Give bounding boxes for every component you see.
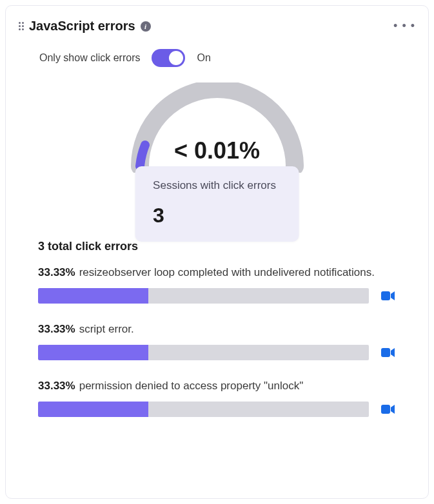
view-recordings-button[interactable]	[380, 403, 396, 416]
filter-label: Only show click errors	[39, 52, 140, 64]
gauge-container: < 0.01% Sessions with click errors 3	[19, 82, 415, 173]
error-bar-row	[38, 345, 396, 360]
javascript-errors-card: JavaScript errors i • • • Only show clic…	[5, 5, 429, 499]
error-item: 33.33% script error.	[38, 323, 396, 360]
error-bar-fill	[38, 288, 148, 304]
error-label: 33.33% resizeobserver loop completed wit…	[38, 266, 396, 279]
view-recordings-button[interactable]	[380, 289, 396, 302]
card-header: JavaScript errors i • • •	[19, 19, 415, 34]
gauge-value: < 0.01%	[127, 137, 308, 164]
error-label: 33.33% permission denied to access prope…	[38, 380, 396, 393]
error-bar	[38, 345, 369, 360]
info-icon[interactable]: i	[141, 21, 151, 32]
error-percentage: 33.33%	[38, 323, 75, 336]
error-bar-fill	[38, 345, 148, 360]
filter-toggle[interactable]	[152, 49, 185, 67]
gauge-chart: < 0.01%	[127, 82, 308, 173]
more-menu-button[interactable]: • • •	[393, 19, 415, 33]
filter-row: Only show click errors On	[39, 49, 415, 67]
error-bar	[38, 402, 369, 417]
svg-rect-0	[381, 291, 390, 300]
error-percentage: 33.33%	[38, 380, 75, 393]
error-text: permission denied to access property "un…	[79, 380, 304, 393]
tooltip-title: Sessions with click errors	[153, 179, 276, 192]
error-bar-row	[38, 288, 396, 304]
error-bar	[38, 288, 369, 304]
error-text: resizeobserver loop completed with undel…	[79, 266, 375, 279]
svg-rect-2	[381, 405, 390, 414]
error-label: 33.33% script error.	[38, 323, 396, 336]
gauge-tooltip: Sessions with click errors 3	[135, 166, 299, 242]
total-errors-label: 3 total click errors	[38, 240, 415, 253]
error-percentage: 33.33%	[38, 266, 75, 279]
error-bar-row	[38, 402, 396, 417]
view-recordings-button[interactable]	[380, 346, 396, 359]
error-bar-fill	[38, 402, 148, 417]
error-item: 33.33% resizeobserver loop completed wit…	[38, 266, 396, 304]
drag-handle-icon[interactable]	[19, 22, 24, 30]
header-left: JavaScript errors i	[19, 19, 151, 34]
tooltip-count: 3	[153, 204, 276, 228]
svg-rect-1	[381, 348, 390, 357]
error-text: script error.	[79, 323, 134, 336]
toggle-knob	[169, 51, 183, 65]
errors-list: 33.33% resizeobserver loop completed wit…	[38, 266, 396, 417]
error-item: 33.33% permission denied to access prope…	[38, 380, 396, 417]
toggle-state-label: On	[197, 52, 210, 64]
card-title: JavaScript errors	[29, 19, 135, 34]
